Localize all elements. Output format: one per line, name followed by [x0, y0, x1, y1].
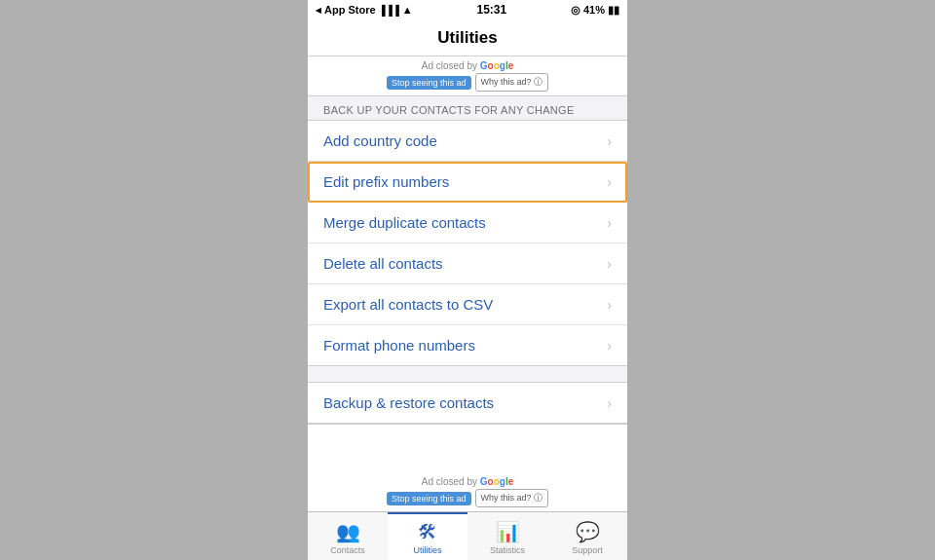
- main-menu-list: Add country code › Edit prefix numbers ›…: [308, 120, 627, 366]
- status-bar-left: ◂ App Store ▐▐▐ ▲: [316, 4, 413, 17]
- menu-item-format-phone[interactable]: Format phone numbers ›: [308, 325, 627, 365]
- chevron-icon: ›: [607, 395, 612, 411]
- why-this-ad-button-top[interactable]: Why this ad? ⓘ: [475, 73, 549, 92]
- status-bar: ◂ App Store ▐▐▐ ▲ 15:31 ◎ 41% ▮▮: [308, 0, 627, 19]
- tab-support[interactable]: 💬 Support: [547, 512, 627, 560]
- bottom-ad-area: Ad closed by Google Stop seeing this ad …: [308, 424, 627, 511]
- menu-item-add-country-code[interactable]: Add country code ›: [308, 121, 627, 162]
- stop-seeing-ad-button-bottom[interactable]: Stop seeing this ad: [387, 492, 471, 505]
- page-title: Utilities: [437, 28, 497, 48]
- backup-menu-list: Backup & restore contacts ›: [308, 382, 627, 424]
- ad-bottom-buttons: Stop seeing this ad Why this ad? ⓘ: [387, 489, 548, 507]
- location-icon: ◎: [571, 4, 580, 17]
- menu-item-edit-prefix-numbers[interactable]: Edit prefix numbers ›: [308, 162, 627, 203]
- carrier-label: App Store: [324, 4, 376, 16]
- tab-utilities-label: Utilities: [413, 545, 441, 555]
- status-bar-time: 15:31: [476, 3, 506, 17]
- menu-item-label: Export all contacts to CSV: [323, 296, 493, 313]
- google-brand-top: Google: [480, 60, 513, 71]
- chevron-icon: ›: [607, 215, 612, 231]
- status-bar-right: ◎ 41% ▮▮: [571, 4, 619, 17]
- battery-label: 41%: [583, 4, 605, 16]
- chevron-icon: ›: [607, 174, 612, 190]
- tab-utilities[interactable]: 🛠 Utilities: [388, 512, 468, 560]
- battery-icon: ▮▮: [608, 4, 619, 17]
- stop-seeing-ad-button-top[interactable]: Stop seeing this ad: [387, 76, 471, 90]
- support-icon: 💬: [576, 520, 600, 543]
- chevron-icon: ›: [607, 256, 612, 272]
- ad-top-buttons: Stop seeing this ad Why this ad? ⓘ: [387, 73, 548, 92]
- menu-item-label: Delete all contacts: [323, 255, 443, 272]
- chevron-icon: ›: [607, 297, 612, 313]
- chevron-icon: ›: [607, 338, 612, 354]
- tab-contacts[interactable]: 👥 Contacts: [308, 512, 388, 560]
- tab-statistics[interactable]: 📊 Statistics: [468, 512, 547, 560]
- menu-item-label: Edit prefix numbers: [323, 173, 449, 190]
- tab-bar: 👥 Contacts 🛠 Utilities 📊 Statistics 💬 Su…: [308, 511, 627, 560]
- ad-closed-text-bottom: Ad closed by Google: [422, 476, 514, 487]
- chevron-icon: ›: [607, 133, 612, 149]
- menu-item-label: Backup & restore contacts: [323, 394, 494, 411]
- menu-item-backup-restore[interactable]: Backup & restore contacts ›: [308, 383, 627, 423]
- menu-item-label: Format phone numbers: [323, 337, 475, 354]
- why-this-ad-button-bottom[interactable]: Why this ad? ⓘ: [475, 489, 549, 507]
- top-ad-bar: Ad closed by Google Stop seeing this ad …: [308, 56, 627, 96]
- signal-icon: ▐▐▐: [379, 5, 399, 16]
- google-brand-bottom: Google: [480, 476, 513, 487]
- menu-item-export-csv[interactable]: Export all contacts to CSV ›: [308, 284, 627, 325]
- menu-item-delete-all[interactable]: Delete all contacts ›: [308, 243, 627, 284]
- tab-statistics-label: Statistics: [490, 545, 525, 555]
- section-gap: [308, 366, 627, 382]
- ad-closed-text: Ad closed by Google: [422, 60, 514, 71]
- menu-item-merge-duplicate[interactable]: Merge duplicate contacts ›: [308, 203, 627, 243]
- phone-screen: ◂ App Store ▐▐▐ ▲ 15:31 ◎ 41% ▮▮ Utiliti…: [308, 0, 627, 560]
- wifi-icon: ▲: [402, 4, 413, 16]
- menu-item-label: Add country code: [323, 132, 437, 149]
- back-arrow: ◂: [316, 4, 321, 17]
- section-header: BACK UP YOUR CONTACTS FOR ANY CHANGE: [308, 96, 627, 120]
- utilities-icon: 🛠: [418, 521, 437, 543]
- tab-contacts-label: Contacts: [330, 545, 365, 555]
- tab-support-label: Support: [572, 545, 603, 555]
- menu-item-label: Merge duplicate contacts: [323, 214, 486, 231]
- statistics-icon: 📊: [496, 520, 520, 543]
- contacts-icon: 👥: [336, 520, 360, 543]
- nav-bar: Utilities: [308, 19, 627, 56]
